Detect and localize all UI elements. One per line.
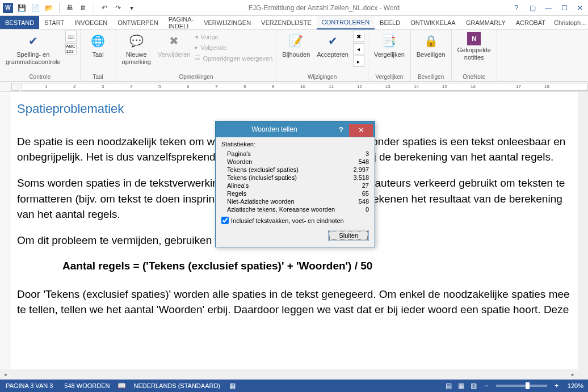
stat-row: Tekens (inclusief spaties)3.518 (221, 174, 369, 182)
dialog-titlebar[interactable]: Woorden tellen ? ✕ (216, 121, 375, 137)
small-tools: 📖 ABC123 (65, 31, 77, 54)
stats-heading: Statistieken: (221, 141, 369, 147)
save-icon[interactable]: 💾 (16, 2, 27, 14)
print-icon[interactable]: 🖶 (64, 2, 75, 14)
track-changes-button[interactable]: 📝 Bijhouden (280, 31, 312, 60)
lock-icon: 🔒 (422, 32, 440, 50)
status-bar: PAGINA 3 VAN 3 548 WOORDEN 📖 NEDERLANDS … (0, 380, 588, 392)
paragraph: Door 'Tekens (exclusief spaties)' worden… (17, 286, 572, 318)
macro-icon[interactable]: ▦ (226, 382, 238, 390)
close-icon[interactable]: ✕ (572, 2, 588, 14)
wordcount-icon[interactable]: ABC123 (65, 43, 77, 54)
ribbon-display-icon[interactable]: ▢ (524, 2, 540, 14)
tab-invoegen[interactable]: INVOEGEN (69, 16, 112, 29)
ruler-bar[interactable]: 1 2 3 4 5 6 7 8 9 10 11 12 13 14 15 16 1… (22, 83, 588, 91)
open-icon[interactable]: 📂 (43, 2, 54, 14)
prev-change-icon[interactable]: ◂ (353, 43, 364, 54)
thesaurus-icon[interactable]: 📖 (65, 31, 77, 42)
dialog-help-icon[interactable]: ? (333, 125, 349, 134)
status-words[interactable]: 548 WOORDEN (58, 382, 115, 389)
stat-row: Aziatische tekens, Koreaanse woorden0 (221, 205, 369, 213)
compare-icon: 📑 (380, 32, 398, 50)
scroll-right-icon[interactable]: ▸ (568, 369, 578, 380)
zoom-out-icon[interactable]: − (480, 382, 493, 390)
accept-button[interactable]: ✔ Accepteren (314, 31, 351, 60)
spellcheck-status-icon[interactable]: 📖 (115, 382, 128, 390)
status-language[interactable]: NEDERLANDS (STANDAARD) (128, 382, 226, 389)
compare-button[interactable]: 📑 Vergelijken (372, 31, 407, 60)
scroll-left-icon[interactable]: ◂ (0, 369, 10, 380)
language-button[interactable]: 🌐 Taal (84, 31, 112, 60)
ruler-vertical[interactable] (0, 92, 10, 369)
title-bar: W 💾 📄 📂 🖶 🗎 ↶ ↷ ▾ FJG-Ermittlung der Anz… (0, 0, 588, 16)
redo-icon[interactable]: ↷ (112, 2, 124, 14)
ruler-horizontal[interactable]: 1 2 3 4 5 6 7 8 9 10 11 12 13 14 15 16 1… (0, 82, 588, 92)
next-comment-button[interactable]: ▸Volgende (195, 43, 272, 52)
tab-verwijzingen[interactable]: VERWIJZINGEN (199, 16, 256, 29)
comments-list-icon: ☰ (195, 54, 200, 62)
new-doc-icon[interactable]: 📄 (30, 2, 41, 14)
spellcheck-icon: ✔ (24, 32, 42, 50)
group-label: OneNote (455, 73, 493, 81)
tab-beeld[interactable]: BEELD (375, 16, 405, 29)
scrollbar-horizontal[interactable]: ◂ ▸ (0, 369, 578, 380)
zoom-in-icon[interactable]: + (551, 382, 563, 390)
group-taal: 🌐 Taal Taal (81, 29, 116, 81)
tab-file[interactable]: BESTAND (0, 16, 39, 29)
view-web-icon[interactable]: ▥ (468, 382, 480, 390)
zoom-handle[interactable] (526, 382, 530, 389)
new-comment-button[interactable]: 💬 Nieuwe opmerking (120, 31, 153, 66)
heading: Spatieproblematiek (17, 100, 572, 118)
print-preview-icon[interactable]: 🗎 (78, 2, 89, 14)
maximize-icon[interactable]: ☐ (556, 2, 572, 14)
checkbox-input[interactable] (221, 217, 229, 224)
view-read-icon[interactable]: ▤ (443, 382, 455, 390)
show-comments-button[interactable]: ☰Opmerkingen weergeven (195, 53, 272, 63)
status-page[interactable]: PAGINA 3 VAN 3 (0, 382, 58, 389)
group-vergelijken: 📑 Vergelijken Vergelijken (368, 29, 411, 81)
onenote-button[interactable]: N Gekoppelde notities (455, 31, 493, 62)
view-print-icon[interactable]: ▦ (455, 382, 468, 390)
tab-ontwerpen[interactable]: ONTWERPEN (112, 16, 163, 29)
separator (59, 3, 60, 13)
scroll-corner (578, 369, 588, 380)
group-opmerkingen: 💬 Nieuwe opmerking ✖ Verwijderen ◂Vorige… (116, 29, 277, 81)
user-name[interactable]: Christoph… (551, 16, 588, 29)
group-label: Opmerkingen (120, 73, 273, 81)
undo-icon[interactable]: ↶ (99, 2, 110, 14)
tab-acrobat[interactable]: ACROBAT (511, 16, 551, 29)
delete-comment-icon: ✖ (165, 32, 183, 50)
next-change-icon[interactable]: ▸ (353, 56, 364, 67)
prev-comment-button[interactable]: ◂Vorige (195, 32, 272, 41)
group-label: Beveiligen (414, 73, 448, 81)
quick-access-toolbar: W 💾 📄 📂 🖶 🗎 ↶ ↷ ▾ (0, 2, 140, 14)
group-label: Taal (84, 73, 112, 81)
onenote-icon: N (467, 32, 481, 45)
scrollbar-vertical[interactable] (578, 92, 588, 369)
spelling-button[interactable]: ✔ Spelling- en grammaticacontrole (3, 31, 63, 66)
tab-grammarly[interactable]: GRAMMARLY (461, 16, 511, 29)
qat-customize-icon[interactable]: ▾ (126, 2, 137, 14)
tab-pagina-indeling[interactable]: PAGINA-INDELI (163, 16, 199, 29)
include-textboxes-checkbox[interactable]: Inclusief tekstvakken, voet- en eindnote… (221, 217, 369, 224)
help-icon[interactable]: ? (509, 2, 524, 14)
ribbon-tabs: BESTAND START INVOEGEN ONTWERPEN PAGINA-… (0, 16, 588, 29)
group-beveiligen: 🔒 Beveiligen Beveiligen (411, 29, 452, 81)
minimize-icon[interactable]: — (540, 2, 556, 14)
close-button[interactable]: Sluiten (328, 230, 369, 241)
protect-button[interactable]: 🔒 Beveiligen (414, 31, 448, 60)
dialog-close-icon[interactable]: ✕ (349, 124, 373, 137)
group-label: Vergelijken (372, 73, 407, 81)
delete-comment-button[interactable]: ✖ Verwijderen (156, 31, 192, 60)
reject-icon[interactable]: ✖ (353, 31, 364, 42)
word-count-dialog: Woorden tellen ? ✕ Statistieken: Pagina'… (215, 121, 375, 247)
comment-icon: 💬 (127, 32, 145, 50)
tab-controleren[interactable]: CONTROLEREN (317, 16, 375, 29)
tab-verzendlijsten[interactable]: VERZENDLIJSTE (256, 16, 317, 29)
scroll-track[interactable] (10, 369, 568, 380)
arrow-right-icon: ▸ (195, 44, 198, 51)
tab-ontwikkelaar[interactable]: ONTWIKKELAA (405, 16, 460, 29)
tab-start[interactable]: START (39, 16, 69, 29)
zoom-value[interactable]: 120% (563, 382, 588, 389)
zoom-slider[interactable] (496, 385, 547, 387)
